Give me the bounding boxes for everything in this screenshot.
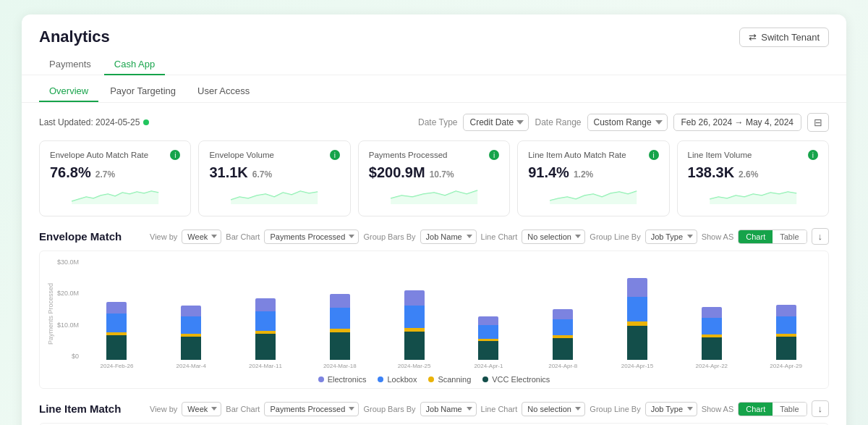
envelope-show-as-toggle: Chart Table	[738, 230, 807, 244]
lineitem-barchart-select[interactable]: Payments Processed	[264, 402, 359, 416]
bar-group	[528, 309, 598, 360]
lineitem-groupline-select[interactable]: Job Type	[645, 402, 697, 416]
lineitem-groupbars-select[interactable]: Job Name	[420, 402, 477, 416]
metric-envelope-auto-match: Envelope Auto Match Rate i 76.8% 2.7%	[39, 140, 191, 216]
header: Analytics ⇄ Switch Tenant Payments Cash …	[22, 14, 846, 75]
date-type-select[interactable]: Credit Date	[463, 114, 529, 131]
metric-value-1: 31.1K	[209, 164, 247, 181]
envelope-match-section: Envelope Match View by Week Bar Chart Pa…	[39, 228, 829, 389]
metric-title-3: Line Item Auto Match Rate	[528, 151, 626, 159]
lineitem-linechart-select[interactable]: No selection	[522, 402, 585, 416]
bar-group	[305, 294, 375, 360]
metric-title-4: Line Item Volume	[688, 151, 752, 159]
info-icon-2[interactable]: i	[489, 150, 499, 160]
metric-line-item-volume: Line Item Volume i 138.3K 2.6%	[677, 140, 829, 216]
sparkline-3	[528, 181, 658, 204]
bars-area	[82, 258, 821, 360]
envelope-linechart-select[interactable]: No selection	[522, 230, 585, 244]
legend-dot-vcc	[482, 376, 488, 382]
metric-payments-processed: Payments Processed i $200.9M 10.7%	[358, 140, 510, 216]
legend-row: Electronics Lockbox Scanning VCC Electro…	[47, 375, 821, 384]
bar-group	[603, 278, 673, 360]
subnav-user-access[interactable]: User Access	[187, 81, 260, 102]
legend-label-scanning: Scanning	[438, 375, 471, 384]
sub-nav: Overview Payor Targeting User Access	[22, 75, 846, 103]
metric-title-2: Payments Processed	[369, 151, 448, 159]
bar-group	[231, 298, 301, 360]
tab-payments[interactable]: Payments	[39, 54, 101, 75]
bar-group	[379, 290, 449, 360]
legend-label-electronics: Electronics	[328, 375, 367, 384]
metric-value-3: 91.4%	[528, 164, 569, 181]
metric-change-0: 2.7%	[95, 169, 115, 180]
sparkline-0	[50, 181, 180, 204]
svg-marker-1	[231, 191, 318, 204]
line-item-chart-header: Line Item Match View by Week Bar Chart P…	[39, 400, 829, 417]
metric-title-0: Envelope Auto Match Rate	[50, 151, 148, 159]
metric-value-2: $200.9M	[369, 164, 425, 181]
line-item-chart-controls: View by Week Bar Chart Payments Processe…	[150, 400, 829, 417]
filter-button[interactable]: ⊟	[807, 113, 829, 132]
subnav-payor-targeting[interactable]: Payor Targeting	[100, 81, 186, 102]
tab-cashapp[interactable]: Cash App	[104, 54, 165, 75]
info-icon-4[interactable]: i	[808, 150, 818, 160]
page-title: Analytics	[39, 28, 110, 46]
bar-group	[676, 307, 746, 360]
info-icon-3[interactable]: i	[649, 150, 659, 160]
envelope-chart-title: Envelope Match	[39, 230, 122, 243]
main-container: Analytics ⇄ Switch Tenant Payments Cash …	[22, 14, 846, 425]
envelope-groupbars-select[interactable]: Job Name	[420, 230, 477, 244]
envelope-bar-chart: Payments Processed $30.0M $20.0M $10.0M …	[39, 251, 829, 389]
switch-icon: ⇄	[749, 32, 757, 43]
envelope-chart-controls: View by Week Bar Chart Payments Processe…	[150, 228, 829, 245]
filter-bar: Date Type Credit Date Date Range Custom …	[418, 113, 829, 132]
info-icon-0[interactable]: i	[170, 150, 180, 160]
metric-line-item-auto-match: Line Item Auto Match Rate i 91.4% 1.2%	[517, 140, 669, 216]
bar-group	[751, 305, 821, 360]
svg-marker-0	[72, 191, 158, 204]
envelope-groupline-select[interactable]: Job Type	[645, 230, 697, 244]
lineitem-viewby-select[interactable]: Week	[182, 402, 221, 416]
metrics-row: Envelope Auto Match Rate i 76.8% 2.7% En…	[39, 140, 829, 216]
y-axis-title: Payments Processed	[47, 283, 54, 345]
date-range-display: Feb 26, 2024 → May 4, 2024	[673, 114, 801, 131]
bar-group	[82, 302, 152, 360]
legend-dot-scanning	[428, 376, 434, 382]
nav-tabs-row: Payments Cash App	[39, 54, 829, 75]
header-top: Analytics ⇄ Switch Tenant	[39, 28, 829, 47]
content-area: Last Updated: 2024-05-25 Date Type Credi…	[22, 103, 846, 425]
status-dot	[143, 119, 149, 125]
sparkline-2	[369, 181, 499, 204]
metric-change-4: 2.6%	[739, 169, 758, 180]
date-range-select[interactable]: Custom Range	[587, 114, 668, 131]
envelope-chart-header: Envelope Match View by Week Bar Chart Pa…	[39, 228, 829, 245]
envelope-barchart-select[interactable]: Payments Processed	[264, 230, 359, 244]
y-labels-col: $30.0M $20.0M $10.0M $0	[57, 258, 79, 360]
switch-tenant-button[interactable]: ⇄ Switch Tenant	[739, 28, 829, 47]
line-item-chart-title: Line Item Match	[39, 403, 121, 415]
metric-change-2: 10.7%	[430, 169, 454, 180]
envelope-viewby-select[interactable]: Week	[182, 230, 221, 244]
metric-value-4: 138.3K	[688, 164, 735, 181]
line-item-section: Line Item Match View by Week Bar Chart P…	[39, 400, 829, 425]
envelope-table-btn[interactable]: Table	[773, 230, 806, 243]
sparkline-4	[688, 181, 818, 204]
lineitem-show-as-toggle: Chart Table	[738, 402, 807, 416]
subnav-overview[interactable]: Overview	[39, 81, 98, 102]
legend-label-vcc: VCC Electronics	[492, 375, 550, 384]
lineitem-download-btn[interactable]: ↓	[812, 400, 830, 417]
envelope-download-btn[interactable]: ↓	[812, 228, 830, 245]
envelope-chart-btn[interactable]: Chart	[739, 230, 773, 243]
bar-group	[454, 316, 524, 360]
metric-change-1: 6.7%	[252, 169, 272, 180]
legend-dot-electronics	[318, 376, 324, 382]
svg-marker-3	[550, 191, 637, 204]
last-updated: Last Updated: 2024-05-25	[39, 117, 149, 127]
metric-change-3: 1.2%	[574, 169, 593, 180]
metric-envelope-volume: Envelope Volume i 31.1K 6.7%	[198, 140, 350, 216]
legend-dot-lockbox	[378, 376, 383, 382]
info-icon-1[interactable]: i	[330, 150, 340, 160]
toolbar-row: Last Updated: 2024-05-25 Date Type Credi…	[39, 113, 829, 132]
lineitem-chart-btn[interactable]: Chart	[739, 403, 773, 416]
lineitem-table-btn[interactable]: Table	[773, 403, 806, 416]
